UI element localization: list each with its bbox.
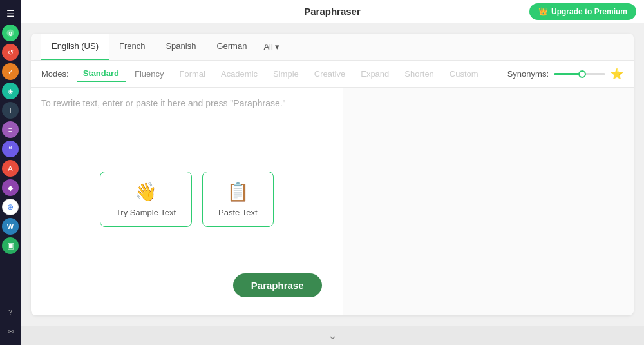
gem-nav-icon[interactable]: ◆ bbox=[2, 179, 19, 196]
tab-spanish[interactable]: Spanish bbox=[155, 34, 206, 60]
mode-creative[interactable]: Creative bbox=[308, 66, 352, 81]
editor-output-panel bbox=[343, 88, 634, 315]
editor-placeholder[interactable]: To rewrite text, enter or paste it here … bbox=[41, 98, 332, 108]
chevron-down-icon: ⌄ bbox=[328, 328, 337, 342]
menu-icon[interactable]: ☰ bbox=[2, 5, 19, 22]
mode-formal[interactable]: Formal bbox=[173, 66, 212, 81]
modes-nav-icon[interactable]: ≡ bbox=[2, 121, 19, 138]
tab-german[interactable]: German bbox=[206, 34, 257, 60]
mail-icon[interactable]: ✉ bbox=[2, 323, 19, 340]
paraphrase-nav-icon[interactable]: ↺ bbox=[2, 44, 19, 61]
editor-area: To rewrite text, enter or paste it here … bbox=[31, 88, 634, 315]
try-sample-label: Try Sample Text bbox=[116, 208, 176, 217]
mode-custom[interactable]: Custom bbox=[443, 66, 485, 81]
modes-label: Modes: bbox=[41, 69, 69, 79]
header: Paraphraser 👑 Upgrade to Premium bbox=[21, 0, 644, 23]
slider-end-icon: ⭐ bbox=[611, 68, 623, 80]
translate-nav-icon[interactable]: T bbox=[2, 102, 19, 119]
slider-thumb bbox=[578, 70, 586, 78]
tab-english-us[interactable]: English (US) bbox=[41, 34, 109, 60]
synonyms-control: Synonyms: ⭐ bbox=[507, 68, 623, 80]
content-area: English (US) French Spanish German All ▾… bbox=[21, 23, 644, 326]
mode-fluency[interactable]: Fluency bbox=[128, 66, 171, 81]
summarize-nav-icon[interactable]: ◈ bbox=[2, 83, 19, 99]
translate2-nav-icon[interactable]: A bbox=[2, 160, 19, 177]
sample-icon: 👋 bbox=[135, 181, 157, 202]
dropdown-arrow-icon: ▾ bbox=[275, 42, 279, 52]
word-nav-icon[interactable]: W bbox=[2, 218, 19, 235]
paraphraser-card: English (US) French Spanish German All ▾… bbox=[31, 34, 634, 315]
tab-french[interactable]: French bbox=[109, 34, 155, 60]
chrome-nav-icon[interactable]: ⊕ bbox=[2, 199, 19, 215]
logo-icon: Q bbox=[2, 25, 19, 41]
crown-icon: 👑 bbox=[538, 7, 548, 16]
mode-expand[interactable]: Expand bbox=[354, 66, 395, 81]
grammar-nav-icon[interactable]: ✓ bbox=[2, 63, 19, 80]
bottom-bar: ⌄ bbox=[21, 326, 644, 345]
paraphrase-button[interactable]: Paraphrase bbox=[233, 273, 322, 297]
monitor-nav-icon[interactable]: ▣ bbox=[2, 237, 19, 254]
mode-standard[interactable]: Standard bbox=[77, 66, 126, 82]
help-icon[interactable]: ? bbox=[2, 304, 19, 320]
upgrade-button[interactable]: 👑 Upgrade to Premium bbox=[529, 3, 636, 20]
svg-text:Q: Q bbox=[9, 31, 12, 36]
main-area: Paraphraser 👑 Upgrade to Premium English… bbox=[21, 0, 644, 345]
synonyms-slider[interactable] bbox=[554, 73, 605, 75]
mode-academic[interactable]: Academic bbox=[214, 66, 264, 81]
sidebar: ☰ Q ↺ ✓ ◈ T ≡ ❝ A ◆ ⊕ W ▣ ? ✉ bbox=[0, 0, 21, 345]
paste-text-button[interactable]: 📋 Paste Text bbox=[202, 172, 273, 227]
mode-shorten[interactable]: Shorten bbox=[398, 66, 440, 81]
mode-simple[interactable]: Simple bbox=[267, 66, 305, 81]
synonyms-label: Synonyms: bbox=[507, 69, 549, 79]
tab-all[interactable]: All ▾ bbox=[257, 37, 285, 57]
quotes-nav-icon[interactable]: ❝ bbox=[2, 141, 19, 157]
paraphrase-btn-area: Paraphrase bbox=[41, 266, 332, 305]
editor-actions: 👋 Try Sample Text 📋 Paste Text bbox=[41, 172, 332, 227]
language-tabs: English (US) French Spanish German All ▾ bbox=[31, 34, 634, 61]
mode-bar: Modes: Standard Fluency Formal Academic … bbox=[31, 61, 634, 88]
paste-label: Paste Text bbox=[218, 208, 257, 217]
page-title: Paraphraser bbox=[304, 6, 361, 17]
paste-icon: 📋 bbox=[227, 181, 249, 202]
try-sample-button[interactable]: 👋 Try Sample Text bbox=[100, 172, 192, 227]
editor-input-panel: To rewrite text, enter or paste it here … bbox=[31, 88, 343, 315]
